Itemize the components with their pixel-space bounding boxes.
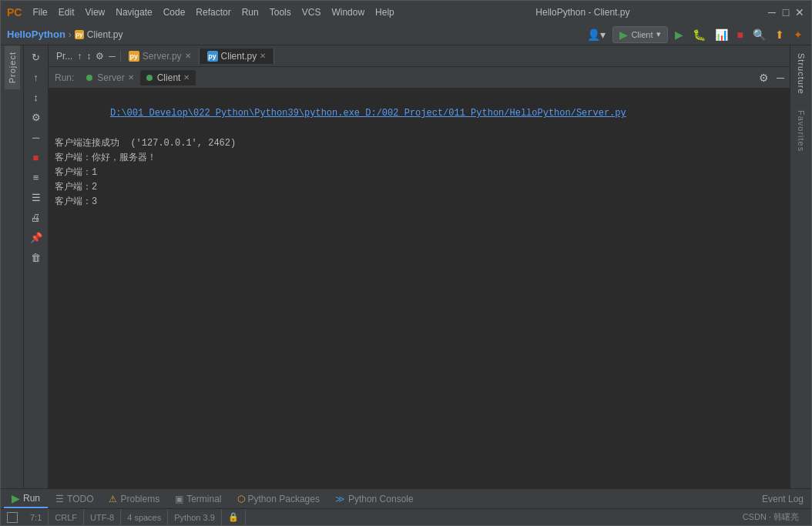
bottom-tab-run[interactable]: ▶ Run (4, 490, 48, 508)
output-command-link[interactable]: D:\001_Develop\022_Python\Python39\pytho… (110, 108, 626, 119)
server-run-tab-close[interactable]: ✕ (128, 73, 134, 82)
tool-format-button[interactable]: ☰ (27, 189, 45, 206)
editor-tab-client[interactable]: py Client.py ✕ (200, 49, 275, 64)
update-button[interactable]: ⬆ (773, 27, 787, 42)
stop-button[interactable]: ■ (735, 27, 746, 42)
bottom-tab-python-console-label: Python Console (348, 494, 414, 504)
right-sidebar-structure[interactable]: Structure (794, 45, 809, 102)
menu-tools[interactable]: Tools (265, 5, 296, 19)
main-area: Project ↻ ↑ ↕ ⚙ ─ ■ ≡ ☰ 🖨 📌 🗑 Pr... ↑ ↕ (1, 45, 811, 488)
breadcrumb-project[interactable]: HelloPython (7, 28, 65, 40)
bottom-tab-run-label: Run (23, 493, 40, 504)
server-tab-run-label: Server (97, 72, 124, 83)
tool-scroll-up-button[interactable]: ↑ (27, 69, 45, 85)
run-button[interactable]: ▶ (673, 27, 686, 42)
bottom-tab-problems-label: Problems (120, 494, 159, 504)
todo-tab-icon: ☰ (55, 494, 64, 504)
client-tab-close[interactable]: ✕ (260, 52, 266, 60)
tool-minus-button[interactable]: ─ (27, 129, 45, 146)
bottom-tab-terminal[interactable]: ▣ Terminal (167, 491, 229, 507)
event-log-button[interactable]: Event Log (757, 494, 808, 504)
tab-tool-2[interactable]: ↕ (86, 51, 91, 62)
debug-button[interactable]: 🐛 (690, 27, 708, 42)
python-console-tab-icon: ≫ (335, 494, 345, 504)
menu-window[interactable]: Window (327, 5, 369, 19)
run-minimize-icon[interactable]: ─ (774, 70, 787, 85)
output-line-2: 客户端：你好，服务器！ (55, 151, 783, 166)
menu-vcs[interactable]: VCS (297, 5, 326, 19)
menu-bar: File Edit View Navigate Code Refactor Ru… (28, 5, 398, 19)
sidebar-tab-project[interactable]: Project (5, 45, 20, 89)
run-settings-icon[interactable]: ⚙ (757, 70, 771, 85)
run-tab-server[interactable]: Server ✕ (80, 70, 139, 85)
status-bar: 7:1 CRLF UTF-8 4 spaces Python 3.9 🔒 CSD… (1, 508, 811, 525)
output-area[interactable]: D:\001_Develop\022_Python\Python39\pytho… (49, 89, 790, 488)
run-config-button[interactable]: ▶ Client ▾ (612, 26, 667, 43)
tab-tool-4[interactable]: ─ (109, 51, 116, 62)
jetbrains-icon[interactable]: ✦ (791, 27, 805, 42)
status-indent[interactable]: 4 spaces (121, 509, 168, 525)
run-config-label: Client (631, 30, 653, 39)
right-sidebar-favorites[interactable]: Favorites (794, 102, 809, 159)
tool-scroll-down-button[interactable]: ↕ (27, 89, 45, 106)
client-tab-label: Client.py (221, 51, 257, 62)
bottom-tab-python-packages[interactable]: ⬡ Python Packages (230, 491, 327, 507)
minimize-button[interactable]: ─ (767, 7, 777, 18)
tool-trash-button[interactable]: 🗑 (27, 249, 45, 266)
tool-pin-button[interactable]: 📌 (27, 229, 45, 246)
menu-file[interactable]: File (28, 5, 52, 19)
status-encoding[interactable]: UTF-8 (84, 509, 121, 525)
run-config-chevron: ▾ (656, 29, 661, 39)
server-status-dot (86, 75, 92, 81)
bottom-tab-python-console[interactable]: ≫ Python Console (327, 491, 421, 507)
status-brand: CSDN · 韩曙亮 (737, 511, 805, 523)
status-checkbox[interactable] (7, 512, 18, 523)
breadcrumb-filename: Client.py (87, 29, 123, 40)
menu-run[interactable]: Run (237, 5, 263, 19)
tool-wrap-button[interactable]: ≡ (27, 169, 45, 186)
bottom-tab-todo[interactable]: ☰ TODO (48, 491, 101, 507)
status-line-ending[interactable]: CRLF (49, 509, 84, 525)
close-button[interactable]: ✕ (794, 7, 805, 18)
tab-tool-1[interactable]: ↑ (77, 51, 82, 62)
run-tab-client[interactable]: Client ✕ (140, 70, 196, 85)
right-sidebar: Structure Favorites (790, 45, 811, 488)
client-status-dot (146, 75, 153, 81)
file-icon-py: py (75, 30, 84, 39)
tool-rerun-button[interactable]: ↻ (27, 49, 45, 65)
coverage-button[interactable]: 📊 (713, 27, 730, 42)
tab-tool-3[interactable]: ⚙ (96, 51, 104, 62)
bottom-tab-todo-label: TODO (67, 494, 93, 504)
menu-edit[interactable]: Edit (54, 5, 79, 19)
tool-settings-button[interactable]: ⚙ (27, 109, 45, 126)
maximize-button[interactable]: □ (780, 7, 791, 18)
breadcrumb-bar: HelloPython › py Client.py 👤▾ ▶ Client ▾… (1, 24, 811, 45)
server-tab-close[interactable]: ✕ (185, 52, 191, 60)
editor-tab-server[interactable]: py Server.py ✕ (121, 49, 200, 64)
menu-help[interactable]: Help (371, 5, 399, 19)
breadcrumb-separator: › (69, 29, 72, 40)
status-language[interactable]: Python 3.9 (168, 509, 222, 525)
menu-code[interactable]: Code (159, 5, 190, 19)
run-tab-icon: ▶ (12, 492, 20, 504)
window-title: HelloPython - Client.py (399, 7, 767, 18)
project-label[interactable]: Pr... (56, 51, 72, 62)
tool-stop-button[interactable]: ■ (27, 149, 45, 166)
search-button[interactable]: 🔍 (750, 27, 768, 42)
run-area: Pr... ↑ ↕ ⚙ ─ py Server.py ✕ py Client.p… (49, 45, 790, 488)
app-logo: PC (7, 6, 22, 18)
menu-navigate[interactable]: Navigate (111, 5, 156, 19)
client-run-tab-close[interactable]: ✕ (183, 73, 190, 82)
user-icon[interactable]: 👤▾ (585, 27, 608, 42)
bottom-tab-problems[interactable]: ⚠ Problems (101, 491, 167, 507)
tool-print-button[interactable]: 🖨 (27, 209, 45, 226)
output-line-1: 客户端连接成功 ('127.0.0.1', 2462) (55, 136, 783, 151)
status-lock-icon[interactable]: 🔒 (222, 509, 246, 525)
menu-view[interactable]: View (80, 5, 109, 19)
breadcrumb-file[interactable]: py Client.py (75, 29, 123, 40)
bottom-tab-terminal-label: Terminal (186, 494, 221, 504)
menu-refactor[interactable]: Refactor (191, 5, 235, 19)
output-line-5: 客户端：3 (55, 195, 783, 209)
client-file-icon: py (207, 51, 218, 62)
status-position[interactable]: 7:1 (24, 509, 49, 525)
